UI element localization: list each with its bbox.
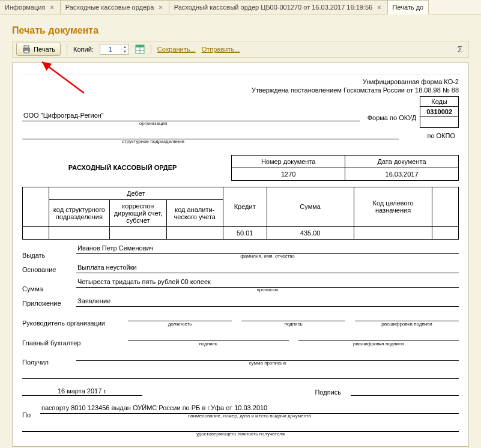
close-icon[interactable]: ×: [49, 4, 55, 11]
subdivision-field: [22, 130, 399, 139]
doc-date: 16.03.2017: [345, 168, 459, 180]
ruler: [22, 69, 459, 75]
debit-table: Дебет Кредит Сумма Код целевого назначен…: [22, 187, 459, 240]
cashier-decipher: [277, 445, 459, 447]
page-title: Печать документа: [12, 25, 469, 36]
issued-to-label: Выдать: [22, 250, 76, 259]
sign-label: Подпись: [305, 389, 341, 396]
org-caption: организация: [22, 121, 284, 126]
passport-caption: наименование, номер, дата и место выдачи…: [40, 413, 459, 419]
decipher-caption-2: расшифровка подписи: [298, 341, 459, 347]
sign-caption: подпись: [241, 321, 345, 327]
debit-sub3: код аналити- ческого учета: [166, 199, 223, 226]
tab-list[interactable]: Расходные кассовые ордера ×: [61, 0, 169, 14]
codes-header: Коды: [420, 96, 459, 106]
position-caption: должность: [128, 321, 232, 327]
debit-sub2: корреспон дирующий счет, субсчет: [110, 199, 166, 226]
identity-line: [22, 422, 459, 432]
received-field-2: [22, 369, 459, 379]
print-button[interactable]: Печать: [16, 43, 61, 56]
codes-table: Коды 0310002: [420, 96, 459, 128]
debit-header: Дебет: [49, 187, 223, 199]
attach-label: Приложение: [22, 298, 76, 307]
decipher-caption: расшифровка подписи: [355, 321, 459, 327]
copies-input[interactable]: [100, 45, 121, 53]
tab-doc[interactable]: Расходный кассовый ордер ЦБ00-001270 от …: [169, 0, 388, 14]
attach: Заявление: [76, 297, 459, 307]
separator: [151, 44, 151, 55]
accountant-label: Главный бухгалтер: [22, 339, 118, 347]
passport: паспорту 8010 123456 выдан ОУЙМС России …: [40, 404, 459, 414]
send-button[interactable]: Отправить...: [202, 46, 240, 53]
spin-down-icon[interactable]: ▼: [121, 50, 129, 54]
issued-to-caption: фамилия, имя, отчество: [76, 253, 459, 259]
sum-icon[interactable]: Σ: [455, 44, 465, 54]
target-header: Код целевого назначения: [354, 187, 432, 226]
approval-line: Утверждена постановлением Госкомстата Ро…: [22, 86, 459, 94]
spin-up-icon[interactable]: ▲: [121, 45, 129, 50]
head-label: Руководитель организации: [22, 319, 118, 327]
print-preview-area: Унифицированная форма КО-2 Утверждена по…: [12, 62, 469, 447]
sum-text: Четыреста тридцать пять рублей 00 копеек: [76, 278, 459, 288]
tab-bar: Информация × Расходные кассовые ордера ×…: [0, 0, 481, 14]
doc-num: 1270: [232, 168, 345, 180]
tab-print[interactable]: Печать до: [388, 0, 429, 14]
issued-to: Иванов Петр Семенович: [76, 244, 459, 254]
head-sign: [241, 313, 345, 321]
doc-date-label: Дата документа: [345, 155, 459, 168]
copies-label: Копий:: [73, 46, 94, 53]
sum-header: Сумма: [267, 187, 354, 226]
svg-rect-1: [24, 46, 29, 48]
sign-caption-2: подпись: [128, 341, 289, 347]
print-label: Печать: [34, 46, 55, 53]
okud-label: Форма по ОКУД: [360, 114, 420, 121]
sum-value: 435,00: [267, 226, 354, 239]
doc-num-label: Номер документа: [232, 155, 345, 168]
close-icon[interactable]: ×: [157, 4, 163, 11]
close-icon[interactable]: ×: [376, 4, 382, 11]
basis-label: Основание: [22, 265, 76, 273]
tab-label: Расходные кассовые ордера: [65, 4, 154, 11]
subdiv-caption: структурное подразделение: [22, 139, 284, 144]
identity-caption: удостоверяющего личность получателя: [22, 431, 459, 437]
okud-value: 0310002: [420, 106, 459, 117]
form-code-line: Унифицированная форма КО-2: [22, 77, 459, 86]
table-icon[interactable]: [135, 44, 145, 54]
rko-title: РАСХОДНЫЙ КАССОВЫЙ ОРДЕР: [22, 155, 232, 180]
printer-icon: [22, 44, 31, 54]
credit-value: 50.01: [223, 226, 267, 239]
received-field: [76, 351, 459, 361]
okpo-label: по ОКПО: [399, 132, 459, 139]
tab-label: Печать до: [393, 4, 424, 11]
save-button[interactable]: Сохранить...: [157, 46, 196, 53]
tab-info[interactable]: Информация ×: [0, 0, 61, 14]
sum-caption: прописью: [76, 287, 459, 292]
by-label: По: [22, 410, 40, 419]
org-name: ООО "Цифроград-Регион": [22, 112, 360, 121]
credit-header: Кредит: [223, 187, 267, 226]
date-field: 16 марта 2017 г.: [22, 387, 142, 396]
recipient-sign: [351, 387, 459, 396]
basis: Выплата неустойки: [76, 264, 459, 273]
cashier-sign: [86, 445, 268, 447]
tab-label: Информация: [5, 4, 45, 11]
received-caption: сумма прописью: [76, 360, 459, 366]
head-decipher: [355, 313, 459, 321]
debit-sub1: код структурного подразделения: [49, 199, 110, 226]
separator: [67, 44, 67, 55]
acct-decipher: [298, 333, 459, 341]
copies-spinner[interactable]: ▲ ▼: [100, 44, 129, 55]
received-label: Получил: [22, 357, 76, 366]
okpo-value: [420, 117, 459, 127]
toolbar: Печать Копий: ▲ ▼ Сохранить... Отправить…: [12, 41, 469, 58]
document-content: Унифицированная форма КО-2 Утверждена по…: [22, 77, 459, 447]
doc-header-table: РАСХОДНЫЙ КАССОВЫЙ ОРДЕР Номер документа…: [22, 155, 459, 181]
sum-label: Сумма: [22, 284, 76, 292]
acct-sign: [128, 333, 289, 341]
tab-label: Расходный кассовый ордер ЦБ00-001270 от …: [174, 4, 372, 11]
head-position: [128, 313, 232, 321]
svg-rect-2: [24, 50, 29, 53]
